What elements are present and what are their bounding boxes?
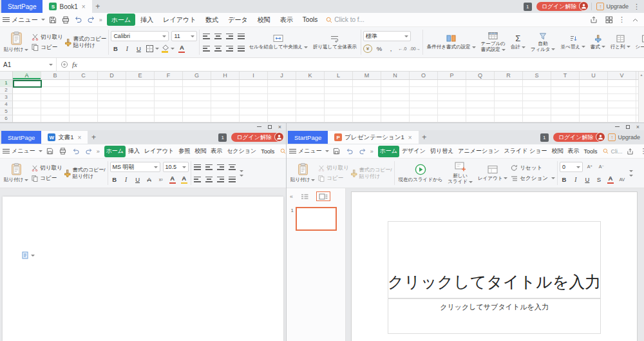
pp-slides-view-icon[interactable] <box>316 191 330 201</box>
pp-expand-icon-top[interactable] <box>629 170 633 172</box>
wr-align-center-icon[interactable] <box>205 175 214 184</box>
ss-format-painter-button[interactable]: 書式のコピー貼り付け <box>64 28 107 57</box>
column-header-V[interactable]: V <box>608 72 636 79</box>
wr-font-size-select[interactable]: 10.5 <box>163 162 189 172</box>
ss-insert-function-icon[interactable] <box>59 59 70 70</box>
column-header-U[interactable]: U <box>580 72 608 79</box>
ss-align-bottom-icon[interactable] <box>225 32 234 41</box>
ss-startpage-tab[interactable]: StartPage <box>1 0 43 13</box>
column-header-N[interactable]: N <box>381 72 410 79</box>
wr-document-page[interactable] <box>3 197 283 341</box>
ss-wrap-text-button[interactable]: 折り返して全体表示 <box>311 28 359 57</box>
wr-italic-button[interactable]: I <box>122 175 131 184</box>
wr-align-left-icon[interactable] <box>193 175 202 184</box>
pp-menu-button[interactable]: メニュー <box>289 147 329 155</box>
pp-subtitle-placeholder[interactable]: クリックしてサブタイトルを入力 <box>388 298 601 334</box>
pp-close-icon[interactable]: × <box>636 124 639 130</box>
wr-print-icon[interactable] <box>58 146 68 157</box>
column-header-K[interactable]: K <box>296 72 325 79</box>
pp-slide-thumbnail-1[interactable]: 1 <box>287 204 345 231</box>
wr-save-icon[interactable] <box>45 146 55 157</box>
ss-apps-icon[interactable] <box>603 15 614 25</box>
pp-title-placeholder[interactable]: クリックしてタイトルを入力 <box>388 221 601 298</box>
ss-close-tab-icon[interactable]: × <box>82 3 86 10</box>
wr-superscript-button[interactable]: x² <box>156 175 166 184</box>
pp-font-size-select[interactable]: 0 <box>560 162 583 172</box>
wr-bold-button[interactable]: B <box>110 175 119 184</box>
column-header-M[interactable]: M <box>353 72 381 79</box>
pp-decrease-font-icon[interactable]: A⁻ <box>597 162 606 172</box>
wr-ribbon-tab-校閲[interactable]: 校閲 <box>193 146 208 157</box>
wr-indent-decrease-icon[interactable] <box>216 162 225 172</box>
ss-ribbon-tab-表示[interactable]: 表示 <box>276 14 298 26</box>
pp-reset-button[interactable]: リセット <box>511 164 555 172</box>
wr-align-right-icon[interactable] <box>216 175 225 184</box>
wr-page-settings-button[interactable] <box>22 251 35 259</box>
ss-new-tab-button[interactable]: + <box>92 2 104 11</box>
ss-align-top-icon[interactable] <box>202 32 211 41</box>
wr-ribbon-tab-セクション[interactable]: セクション <box>225 146 258 157</box>
wr-close-tab-icon[interactable]: × <box>78 134 82 141</box>
pp-slide-canvas[interactable]: クリックしてタイトルを入力 クリックしてサブタイトルを入力 <box>351 191 638 341</box>
column-header-J[interactable]: J <box>268 72 296 79</box>
wr-format-painter-button[interactable]: 書式のコピー/貼り付け <box>64 159 106 187</box>
ss-upgrade-button[interactable]: ↑ Upgrade <box>596 3 629 10</box>
column-header-S[interactable]: S <box>523 72 551 79</box>
column-header-G[interactable]: G <box>183 72 211 79</box>
ss-increase-decimal-icon[interactable]: ←.0 <box>398 44 407 54</box>
column-header-Q[interactable]: Q <box>466 72 495 79</box>
ss-font-size-select[interactable]: 11 <box>171 31 197 41</box>
ss-conditional-format-button[interactable]: 条件付き書式の設定 <box>425 28 478 57</box>
wr-indent-increase-icon[interactable] <box>228 162 237 172</box>
ss-ribbon-tab-挿入[interactable]: 挿入 <box>136 14 158 26</box>
ss-comma-style-icon[interactable]: , <box>386 44 395 54</box>
wr-menu-button[interactable]: メニュー <box>3 147 43 155</box>
column-header-I[interactable]: I <box>240 72 268 79</box>
ss-quickbar-more-icon[interactable]: » <box>99 17 102 23</box>
column-header-R[interactable]: R <box>495 72 523 79</box>
ss-font-color-button[interactable]: A <box>177 44 186 54</box>
pp-ribbon-tab-Tools[interactable]: Tools <box>582 146 599 156</box>
pp-underline-button[interactable]: U <box>583 175 592 184</box>
wr-underline-button[interactable]: U <box>133 175 142 184</box>
ss-currency-style-icon[interactable]: ¥ <box>363 44 372 53</box>
pp-ribbon-tab-表示[interactable]: 表示 <box>565 146 581 157</box>
ss-redo-icon[interactable] <box>86 15 97 25</box>
pp-undo-icon[interactable] <box>345 146 355 157</box>
ss-vertical-scrollbar[interactable]: ▲ <box>638 72 644 122</box>
row-header-6[interactable]: 6 <box>0 115 13 122</box>
wr-logout-button[interactable]: ログイン解除 <box>231 133 282 142</box>
wr-search-box[interactable]: Cli... <box>280 148 287 155</box>
pp-bold-button[interactable]: B <box>560 175 569 184</box>
pp-from-current-slide-button[interactable]: 現在のスライドから <box>397 159 445 187</box>
column-header-A[interactable]: A <box>13 72 41 79</box>
ss-sort-button[interactable]: 並べ替え <box>558 28 587 57</box>
ss-percent-style-icon[interactable]: % <box>375 44 384 54</box>
ss-italic-button[interactable]: I <box>122 44 131 54</box>
row-header-3[interactable]: 3 <box>0 94 13 101</box>
ss-ribbon-tab-Tools[interactable]: Tools <box>298 15 322 25</box>
row-header-4[interactable]: 4 <box>0 101 13 108</box>
column-header-E[interactable]: E <box>126 72 155 79</box>
ss-formula-input[interactable] <box>80 58 644 71</box>
ss-save-icon[interactable] <box>48 15 58 25</box>
wr-cut-button[interactable]: 切り取り <box>32 164 62 172</box>
wr-strikethrough-button[interactable]: A <box>145 175 154 184</box>
row-header-2[interactable]: 2 <box>0 87 13 94</box>
ss-ribbon-tab-校閲[interactable]: 校閲 <box>253 14 275 26</box>
ss-share-icon[interactable] <box>589 15 599 25</box>
ss-ribbon-tab-数式[interactable]: 数式 <box>201 14 223 26</box>
ss-cut-button[interactable]: 切り取り <box>32 34 62 41</box>
column-header-C[interactable]: C <box>70 72 98 79</box>
ss-name-box[interactable]: A1 <box>0 58 57 71</box>
pp-expand-icon-bottom[interactable] <box>629 175 633 177</box>
wr-document-tab[interactable]: W 文書1 × <box>41 131 88 144</box>
pp-close-tab-icon[interactable]: × <box>408 134 412 141</box>
ss-align-right-icon[interactable] <box>225 44 234 54</box>
ss-fill-color-button[interactable] <box>162 44 175 54</box>
wr-justify-icon[interactable] <box>228 175 237 184</box>
pp-upgrade-button[interactable]: ↑ Upgrade <box>608 133 640 141</box>
ss-indent-decrease-icon[interactable] <box>236 32 245 41</box>
wr-startpage-tab[interactable]: StartPage <box>1 131 41 144</box>
pp-section-button[interactable]: セクション <box>511 175 555 182</box>
